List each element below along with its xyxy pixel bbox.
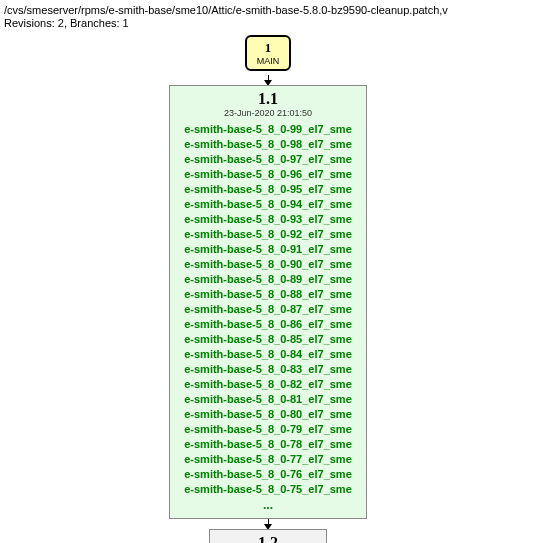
revision-box-1.2[interactable]: 1.2 06-Jun-2021 22:38:42 HEAD xyxy=(209,529,327,543)
tag-item: e-smith-base-5_8_0-86_el7_sme xyxy=(184,317,352,332)
tag-item: e-smith-base-5_8_0-80_el7_sme xyxy=(184,407,352,422)
file-path: /cvs/smeserver/rpms/e-smith-base/sme10/A… xyxy=(4,4,532,16)
branch-name: MAIN xyxy=(257,56,280,66)
revision-number: 1.2 xyxy=(224,534,312,543)
branch-number: 1 xyxy=(257,40,280,56)
tag-item: e-smith-base-5_8_0-76_el7_sme xyxy=(184,467,352,482)
revision-box-1.1[interactable]: 1.1 23-Jun-2020 21:01:50 e-smith-base-5_… xyxy=(169,85,367,519)
tag-item: e-smith-base-5_8_0-97_el7_sme xyxy=(184,152,352,167)
revisions-info: Revisions: 2, Branches: 1 xyxy=(4,17,532,29)
tag-item: e-smith-base-5_8_0-99_el7_sme xyxy=(184,122,352,137)
tag-item: e-smith-base-5_8_0-98_el7_sme xyxy=(184,137,352,152)
tag-item: e-smith-base-5_8_0-96_el7_sme xyxy=(184,167,352,182)
tag-item: e-smith-base-5_8_0-93_el7_sme xyxy=(184,212,352,227)
tag-item: e-smith-base-5_8_0-87_el7_sme xyxy=(184,302,352,317)
tag-ellipsis: ... xyxy=(184,498,352,512)
tag-list: e-smith-base-5_8_0-99_el7_smee-smith-bas… xyxy=(184,122,352,497)
tag-item: e-smith-base-5_8_0-83_el7_sme xyxy=(184,362,352,377)
tag-item: e-smith-base-5_8_0-77_el7_sme xyxy=(184,452,352,467)
tag-item: e-smith-base-5_8_0-91_el7_sme xyxy=(184,242,352,257)
branch-box[interactable]: 1 MAIN xyxy=(245,35,292,71)
revision-diagram: 1 MAIN 1.1 23-Jun-2020 21:01:50 e-smith-… xyxy=(4,35,532,543)
tag-item: e-smith-base-5_8_0-88_el7_sme xyxy=(184,287,352,302)
tag-item: e-smith-base-5_8_0-81_el7_sme xyxy=(184,392,352,407)
revision-number: 1.1 xyxy=(184,90,352,108)
tag-item: e-smith-base-5_8_0-79_el7_sme xyxy=(184,422,352,437)
tag-item: e-smith-base-5_8_0-92_el7_sme xyxy=(184,227,352,242)
tag-item: e-smith-base-5_8_0-78_el7_sme xyxy=(184,437,352,452)
tag-item: e-smith-base-5_8_0-90_el7_sme xyxy=(184,257,352,272)
tag-item: e-smith-base-5_8_0-75_el7_sme xyxy=(184,482,352,497)
tag-item: e-smith-base-5_8_0-85_el7_sme xyxy=(184,332,352,347)
tag-item: e-smith-base-5_8_0-89_el7_sme xyxy=(184,272,352,287)
tag-item: e-smith-base-5_8_0-82_el7_sme xyxy=(184,377,352,392)
tag-item: e-smith-base-5_8_0-84_el7_sme xyxy=(184,347,352,362)
tag-item: e-smith-base-5_8_0-94_el7_sme xyxy=(184,197,352,212)
revision-date: 23-Jun-2020 21:01:50 xyxy=(184,108,352,118)
tag-item: e-smith-base-5_8_0-95_el7_sme xyxy=(184,182,352,197)
